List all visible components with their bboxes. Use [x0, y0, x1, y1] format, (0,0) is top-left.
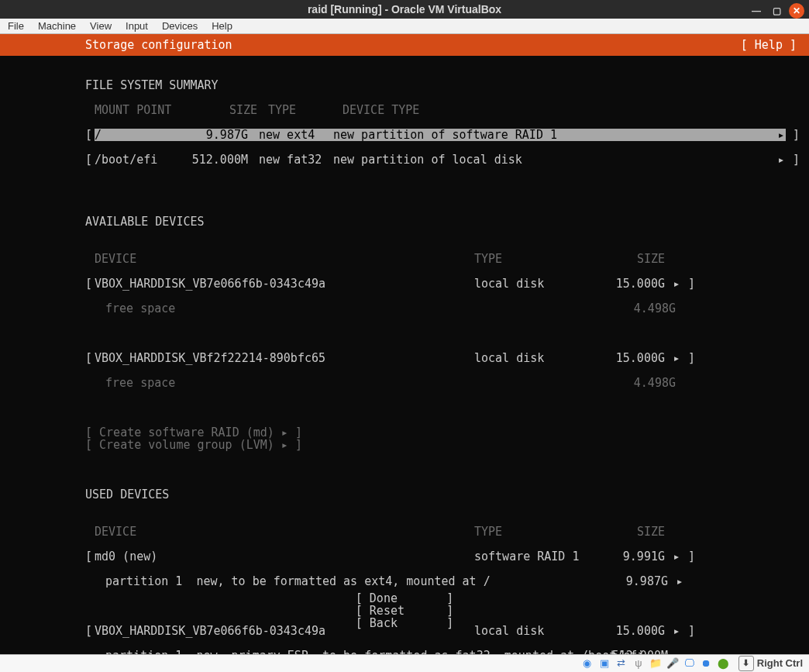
- available-device-row[interactable]: [VBOX_HARDDISK_VBf2f22214-890bfc65local …: [85, 352, 795, 364]
- device-size: 15.000G: [598, 352, 665, 364]
- fs-row-root[interactable]: [/9.987Gnew ext4new partition of softwar…: [85, 129, 795, 141]
- free-space-label: free space: [95, 302, 485, 315]
- available-device-row[interactable]: [VBOX_HARDDISK_VB7e066f6b-0343c49alocal …: [85, 277, 795, 290]
- device-type: local disk: [474, 352, 598, 364]
- used-columns: DEVICETYPESIZE: [85, 526, 795, 538]
- col-type: TYPE: [474, 526, 598, 538]
- device-size: 9.991G: [598, 550, 665, 563]
- optical-drive-icon[interactable]: ◉: [580, 656, 594, 670]
- window-title: raid [Running] - Oracle VM VirtualBox: [308, 3, 501, 16]
- device-name: md0 (new): [95, 550, 474, 563]
- display-icon[interactable]: 🖵: [683, 656, 697, 670]
- page-title: Storage configuration: [85, 39, 232, 51]
- col-mount: MOUNT POINT: [95, 104, 188, 116]
- fs-summary-columns: MOUNT POINTSIZETYPEDEVICE TYPE: [85, 104, 795, 116]
- usb-icon[interactable]: ψ: [632, 656, 645, 670]
- device-size: 15.000G: [598, 277, 665, 290]
- col-type: TYPE: [268, 104, 343, 116]
- minimize-button[interactable]: —: [749, 3, 764, 19]
- device-type: software RAID 1: [474, 550, 598, 563]
- fs-dtype: new partition of local disk: [333, 153, 776, 166]
- terminal-area: Storage configuration [ Help ] FILE SYST…: [0, 34, 809, 654]
- titlebar: raid [Running] - Oracle VM VirtualBox — …: [0, 0, 809, 19]
- col-device: DEVICE: [95, 253, 474, 265]
- used-heading: USED DEVICES: [85, 488, 169, 501]
- available-free-space: free space4.498G: [85, 377, 795, 389]
- available-columns: DEVICETYPESIZE: [85, 253, 795, 265]
- recording-icon[interactable]: ⏺: [700, 656, 714, 670]
- audio-icon[interactable]: 🎤: [666, 656, 680, 670]
- hard-disk-icon[interactable]: ▣: [597, 656, 611, 670]
- free-space-label: free space: [95, 377, 485, 389]
- close-button[interactable]: ✕: [789, 3, 804, 19]
- fs-mount: /: [95, 129, 178, 141]
- chevron-right-icon: ▸: [665, 277, 688, 290]
- menu-devices[interactable]: Devices: [162, 20, 198, 32]
- fs-mount: /boot/efi: [95, 153, 178, 166]
- vm-state-icon[interactable]: ⬤: [717, 656, 731, 670]
- partition-label: partition 1 new, primary ESP, to be form…: [95, 650, 601, 654]
- fs-size: 512.000M: [178, 153, 259, 166]
- fs-summary-heading: FILE SYSTEM SUMMARY: [85, 78, 219, 92]
- partition-size: 512.000M: [601, 650, 668, 654]
- used-partition-row[interactable]: partition 1 new, primary ESP, to be form…: [85, 650, 795, 654]
- menu-help[interactable]: Help: [212, 20, 232, 32]
- shared-folders-icon[interactable]: 📁: [649, 656, 663, 670]
- device-type: local disk: [474, 277, 598, 290]
- maximize-button[interactable]: ▢: [769, 3, 784, 19]
- menu-machine[interactable]: Machine: [38, 20, 76, 32]
- used-device-row[interactable]: [md0 (new)software RAID 19.991G▸]: [85, 550, 795, 563]
- help-button[interactable]: [ Help ]: [741, 39, 797, 51]
- available-heading: AVAILABLE DEVICES: [85, 215, 205, 229]
- host-key-indicator: ⬇ Right Ctrl: [738, 656, 803, 671]
- keyboard-down-icon: ⬇: [738, 656, 754, 671]
- back-button[interactable]: [ Back ]: [356, 616, 453, 630]
- device-name: VBOX_HARDDISK_VB7e066f6b-0343c49a: [95, 277, 474, 290]
- free-space-size: 4.498G: [609, 302, 676, 315]
- chevron-right-icon: ▸: [668, 650, 691, 654]
- chevron-right-icon: ▸: [665, 352, 688, 364]
- col-size: SIZE: [598, 253, 665, 265]
- free-space-size: 4.498G: [609, 377, 676, 389]
- chevron-right-icon: ▸: [665, 550, 688, 563]
- menu-view[interactable]: View: [90, 20, 112, 32]
- network-icon[interactable]: ⇄: [614, 656, 628, 670]
- chevron-right-icon: ▸: [776, 129, 786, 141]
- create-lvm-action[interactable]: [ Create volume group (LVM) ▸ ]: [85, 438, 302, 452]
- fs-type: new fat32: [259, 153, 333, 166]
- chevron-right-icon: ▸: [776, 153, 786, 166]
- menubar: File Machine View Input Devices Help: [0, 19, 809, 34]
- device-name: VBOX_HARDDISK_VBf2f22214-890bfc65: [95, 352, 474, 364]
- menu-input[interactable]: Input: [126, 20, 148, 32]
- available-free-space: free space4.498G: [85, 302, 795, 315]
- col-dtype: DEVICE TYPE: [343, 104, 795, 116]
- col-device: DEVICE: [95, 526, 474, 538]
- fs-row-boot-efi[interactable]: [/boot/efi512.000Mnew fat32new partition…: [85, 153, 795, 166]
- fs-dtype: new partition of software RAID 1: [333, 129, 776, 141]
- host-key-label: Right Ctrl: [757, 657, 803, 669]
- fs-size: 9.987G: [178, 129, 259, 141]
- col-size: SIZE: [188, 104, 268, 116]
- fs-type: new ext4: [259, 129, 333, 141]
- col-size: SIZE: [598, 526, 665, 538]
- menu-file[interactable]: File: [8, 20, 24, 32]
- col-type: TYPE: [474, 253, 598, 265]
- page-header: Storage configuration [ Help ]: [0, 34, 809, 56]
- statusbar: ◉ ▣ ⇄ ψ 📁 🎤 🖵 ⏺ ⬤ ⬇ Right Ctrl: [0, 654, 809, 672]
